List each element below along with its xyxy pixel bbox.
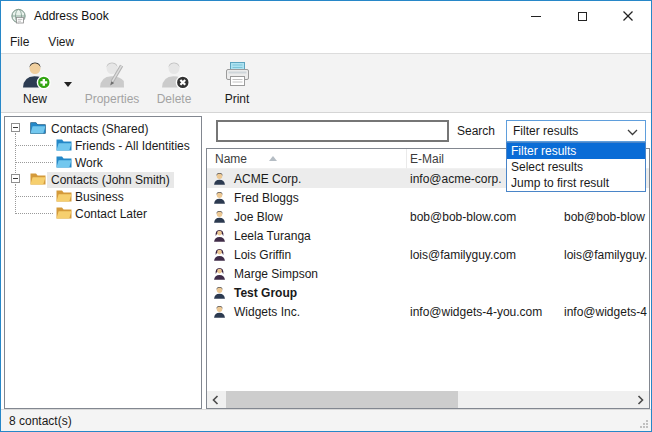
yellow-folder-icon [56,206,72,219]
horizontal-scrollbar[interactable] [207,391,649,408]
contact-row[interactable]: Widgets Inc. info@widgets-4-you.com info… [207,302,649,321]
dropdown-option-jump-to-first-result[interactable]: Jump to first result [507,175,645,191]
minimize-button[interactable] [513,1,559,31]
window-title: Address Book [34,9,109,23]
maximize-icon [578,12,587,21]
column-header-name[interactable]: Name [207,149,407,169]
male-contact-icon [212,304,227,319]
contact-row[interactable]: Test Group [207,283,649,302]
contact-name: Widgets Inc. [234,305,300,319]
new-button-label: New [23,92,47,106]
yellow-folder-icon [30,172,46,185]
properties-button-label: Properties [85,92,140,106]
chevron-down-icon [627,129,638,136]
male-contact-icon [212,209,227,224]
maximize-button[interactable] [559,1,605,31]
tree-item-contact-later[interactable]: Contact Later [5,205,201,222]
search-input[interactable] [216,120,449,142]
folder-tree-panel: Contacts (Shared) Friends - All Identiti… [4,116,202,409]
contact-name: Fred Bloggs [234,191,299,205]
contact-email [407,226,559,245]
menu-view[interactable]: View [42,33,80,51]
tree-item-label: Friends - All Identities [71,138,194,154]
tree-item-label: Contact Later [71,206,151,222]
new-button[interactable]: New [9,59,61,109]
male-contact-icon [212,190,227,205]
tree-item-label: Contacts (Shared) [47,121,152,137]
scrollbar-track[interactable] [224,391,632,408]
delete-icon [159,59,190,90]
contact-name: Leela Turanga [234,229,311,243]
scroll-right-button[interactable] [632,391,649,408]
column-header-email-label: E-Mail [410,152,444,166]
menu-file[interactable]: File [4,33,35,51]
contact-email2 [559,283,649,302]
menu-bar: File View [1,31,651,53]
blue-folder-icon [56,155,72,168]
contact-email2 [559,226,649,245]
tree-item-contacts-john-smith[interactable]: Contacts (John Smith) [5,171,201,188]
female-contact-icon [212,228,227,243]
resize-grip-icon[interactable] [638,418,649,429]
blue-folder-icon [30,121,46,134]
contact-count: 8 contact(s) [9,414,72,428]
address-book-window: Address Book File View [0,0,652,432]
print-button-label: Print [225,92,250,106]
properties-button[interactable]: Properties [81,59,143,109]
new-dropdown-button[interactable] [59,59,77,109]
contact-email [407,283,559,302]
collapse-icon[interactable] [11,174,20,183]
new-contact-icon [20,59,51,90]
contact-email2 [559,264,649,283]
tree-item-label: Contacts (John Smith) [47,172,174,188]
contact-row[interactable]: Marge Simpson [207,264,649,283]
print-button[interactable]: Print [209,59,265,109]
title-bar: Address Book [1,1,651,31]
collapse-icon[interactable] [11,123,20,132]
filter-results-combobox[interactable]: Filter results [506,120,646,142]
scroll-left-button[interactable] [207,391,224,408]
scroll-left-icon [212,395,219,405]
contact-row[interactable]: Lois Griffin lois@familyguy.com lois@fam… [207,245,649,264]
print-icon [222,59,253,90]
contact-email: lois@familyguy.com [407,245,559,264]
contact-row[interactable]: Joe Blow bob@bob-blow.com bob@bob-blow [207,207,649,226]
toolbar: New Properties [1,53,651,113]
contact-name: Lois Griffin [234,248,291,262]
status-bar: 8 contact(s) [1,409,651,431]
new-dropdown-arrow-icon [64,82,72,87]
tree-item-business[interactable]: Business [5,188,201,205]
filter-combobox-dropdown: Filter results Select results Jump to fi… [506,142,646,192]
contact-name: Test Group [234,286,297,300]
dropdown-option-select-results[interactable]: Select results [507,159,645,175]
delete-button[interactable]: Delete [147,59,201,109]
dropdown-option-filter-results[interactable]: Filter results [507,143,645,159]
contact-email2: info@widgets-4 [559,302,649,321]
male-contact-icon [212,171,227,186]
close-icon [622,10,634,22]
tree-item-label: Business [71,189,128,205]
male-contact-icon [212,285,227,300]
scrollbar-thumb[interactable] [226,391,458,408]
contact-email [407,264,559,283]
address-book-app-icon [10,8,27,25]
contact-row[interactable]: Leela Turanga [207,226,649,245]
tree-item-contacts-shared[interactable]: Contacts (Shared) [5,120,201,137]
contact-email2: lois@familyguy. [559,245,649,264]
tree-item-work[interactable]: Work [5,154,201,171]
female-contact-icon [212,266,227,281]
contact-email: info@widgets-4-you.com [407,302,559,321]
properties-icon [97,59,128,90]
contact-name: Marge Simpson [234,267,318,281]
scroll-right-icon [637,395,644,405]
column-header-name-label: Name [215,152,247,166]
delete-button-label: Delete [157,92,192,106]
minimize-icon [531,16,541,17]
contact-email: bob@bob-blow.com [407,207,559,226]
tree-item-friends[interactable]: Friends - All Identities [5,137,201,154]
female-contact-icon [212,247,227,262]
contact-email2: bob@bob-blow [559,207,649,226]
close-button[interactable] [605,1,651,31]
search-label: Search [457,124,495,138]
contact-name: ACME Corp. [234,172,301,186]
